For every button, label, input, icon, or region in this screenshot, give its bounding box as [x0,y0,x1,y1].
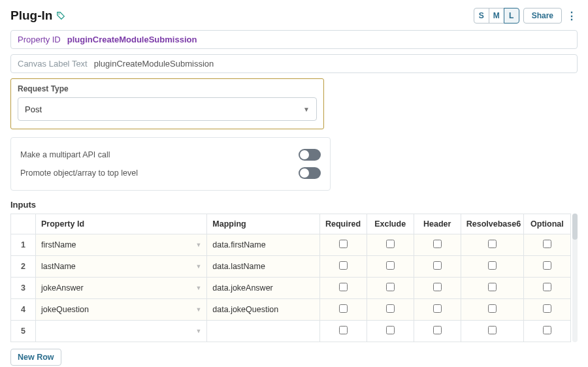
mapping-cell[interactable] [207,321,319,342]
promote-toggle[interactable] [299,167,321,179]
optional-checkbox[interactable] [543,261,551,270]
resolvebase6-checkbox[interactable] [488,240,497,248]
required-checkbox[interactable] [339,326,348,334]
row-number: 3 [11,278,36,299]
property-id-cell[interactable]: jokeQuestion▼ [36,299,207,321]
size-toggle-group: S M L [474,8,519,24]
chevron-down-icon: ▼ [195,328,201,334]
resolvebase6-checkbox[interactable] [488,326,497,334]
multipart-label: Make a multipart API call [20,150,110,159]
table-row: 3jokeAnswer▼data.jokeAnswer [11,278,571,299]
canvas-label-field[interactable]: Canvas Label Text pluginCreateModuleSubm… [10,54,578,73]
exclude-checkbox[interactable] [386,326,395,334]
optional-checkbox[interactable] [543,326,551,334]
options-panel: Make a multipart API call Promote object… [10,137,331,191]
mapping-cell[interactable]: data.firstName [207,234,319,256]
request-type-label: Request Type [18,84,317,93]
property-id-cell[interactable]: lastName▼ [36,256,207,278]
property-id-label: Property ID [18,35,61,44]
header-checkbox[interactable] [433,261,442,270]
exclude-checkbox[interactable] [386,304,395,313]
row-number: 2 [11,256,36,278]
resolvebase6-checkbox[interactable] [488,304,497,313]
size-s-button[interactable]: S [474,8,489,24]
size-l-button[interactable]: L [504,8,519,24]
col-header-num [11,214,36,234]
property-id-field[interactable]: Property ID pluginCreateModuleSubmission [10,30,578,49]
chevron-down-icon: ▼ [195,263,201,270]
header: Plug-In S M L Share ⋮ [10,8,578,24]
col-header-exclude: Exclude [367,214,414,234]
chevron-down-icon: ▼ [303,106,310,113]
exclude-checkbox[interactable] [386,261,395,270]
col-header-optional: Optional [523,214,570,234]
col-header-required: Required [319,214,367,234]
exclude-checkbox[interactable] [386,283,395,291]
header-checkbox[interactable] [433,240,442,248]
resolvebase6-checkbox[interactable] [488,283,497,291]
header-checkbox[interactable] [433,283,442,291]
table-row: 2lastName▼data.lastName [11,256,571,278]
table-row: 4jokeQuestion▼data.jokeQuestion [11,299,571,321]
chevron-down-icon: ▼ [195,242,201,248]
request-type-selected: Post [25,104,42,114]
svg-point-0 [59,14,60,15]
resolvebase6-checkbox[interactable] [488,261,497,270]
exclude-checkbox[interactable] [386,240,395,248]
property-id-cell[interactable]: firstName▼ [36,234,207,256]
col-header-property: Property Id [36,214,207,234]
property-id-value: pluginCreateModuleSubmission [67,35,197,44]
optional-checkbox[interactable] [543,304,551,313]
chevron-down-icon: ▼ [195,285,201,291]
canvas-label-value: pluginCreateModuleSubmission [94,59,214,69]
optional-checkbox[interactable] [543,240,551,248]
required-checkbox[interactable] [339,283,348,291]
promote-label: Promote object/array to top level [20,168,138,178]
inputs-section-label: Inputs [10,200,578,210]
required-checkbox[interactable] [339,304,348,313]
property-id-cell[interactable]: ▼ [36,321,207,342]
table-row: 1firstName▼data.firstName [11,234,571,256]
required-checkbox[interactable] [339,261,348,270]
col-header-header: Header [414,214,461,234]
new-row-button[interactable]: New Row [10,349,61,366]
size-m-button[interactable]: M [489,8,504,24]
chevron-down-icon: ▼ [195,306,201,313]
row-number: 1 [11,234,36,256]
tag-icon[interactable] [56,11,65,20]
property-id-cell[interactable]: jokeAnswer▼ [36,278,207,299]
inputs-tbody: 1firstName▼data.firstName2lastName▼data.… [11,234,571,342]
share-button[interactable]: Share [523,8,562,24]
row-number: 4 [11,299,36,321]
col-header-resolvebase6: Resolvebase6 [461,214,523,234]
inputs-table: Property Id Mapping Required Exclude Hea… [10,214,571,342]
col-header-mapping: Mapping [207,214,319,234]
mapping-cell[interactable]: data.lastName [207,256,319,278]
page-title: Plug-In [10,8,52,23]
header-checkbox[interactable] [433,304,442,313]
more-menu-icon[interactable]: ⋮ [566,8,578,24]
table-row: 5▼ [11,321,571,342]
header-checkbox[interactable] [433,326,442,334]
row-number: 5 [11,321,36,342]
optional-checkbox[interactable] [543,283,551,291]
mapping-cell[interactable]: data.jokeAnswer [207,278,319,299]
multipart-toggle[interactable] [299,149,321,161]
request-type-section: Request Type Post ▼ [10,78,324,129]
required-checkbox[interactable] [339,240,348,248]
scrollbar[interactable] [572,214,578,342]
canvas-label-label: Canvas Label Text [18,59,88,69]
request-type-dropdown[interactable]: Post ▼ [18,97,317,121]
mapping-cell[interactable]: data.jokeQuestion [207,299,319,321]
